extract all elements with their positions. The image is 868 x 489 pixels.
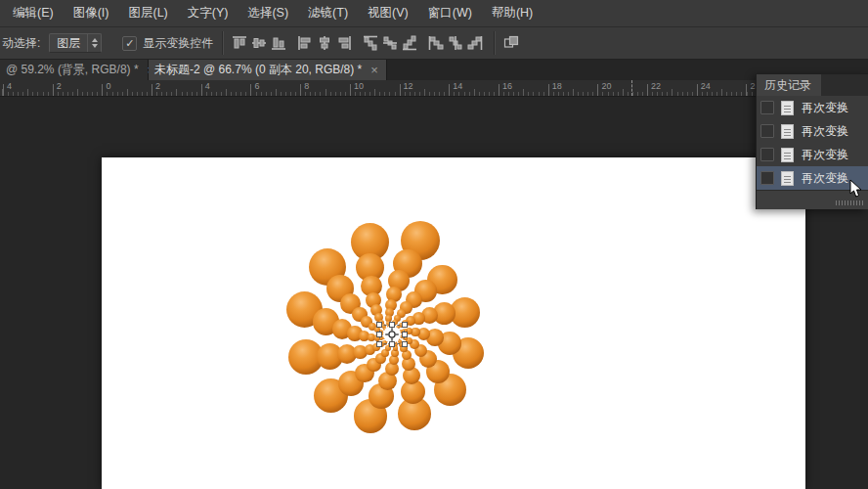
history-row-label: 再次变换 [802,100,848,116]
dropdown-spinner-icon[interactable] [87,34,101,52]
history-panel-tab[interactable]: 历史记录 [757,74,821,96]
history-source-checkbox[interactable] [760,124,774,138]
document-tab-untitled2[interactable]: 未标题-2 @ 66.7% (0 副本 20, RGB/8) * × [149,60,387,80]
ruler-label: 4 [205,81,210,91]
ruler-label: 2 [57,81,62,91]
dropdown-value: 图层 [50,35,87,52]
tab-title: @ 59.2% (背景, RGB/8) * [6,62,139,78]
transform-reference-point-icon[interactable] [384,327,400,342]
distribute-horizontal-centers-icon[interactable] [447,33,464,53]
transform-handle[interactable] [402,322,408,328]
distribute-right-edges-icon[interactable] [466,33,484,53]
menu-item[interactable]: 帮助(H) [485,0,540,26]
transform-handle[interactable] [376,341,382,347]
tab-title: 未标题-2 @ 66.7% (0 副本 20, RGB/8) * [154,62,362,78]
document-tab-background[interactable]: @ 59.2% (背景, RGB/8) * × [0,60,149,80]
ruler-label: 16 [502,81,512,91]
history-state-icon [781,124,794,139]
transform-handle[interactable] [376,332,382,337]
align-left-edges-icon[interactable] [296,33,314,53]
ruler-label: 4 [7,81,12,91]
align-right-edges-icon[interactable] [335,33,353,53]
transform-handle[interactable] [376,322,382,328]
menu-item[interactable]: 窗口(W) [421,0,479,26]
canvas[interactable] [102,157,805,489]
auto-select-layer-dropdown[interactable]: 图层 [49,33,102,53]
history-state-icon [781,171,794,186]
horizontal-ruler: 4202468101214161820222426 [0,80,868,97]
ruler-label: 10 [354,81,364,91]
distribute-bottom-edges-icon[interactable] [401,33,418,53]
history-state-icon [781,101,794,115]
workspace [0,97,868,489]
menu-item[interactable]: 文字(Y) [181,0,236,26]
ruler-label: 18 [552,81,562,91]
menu-bar: 编辑(E)图像(I)图层(L)文字(Y)选择(S)滤镜(T)视图(V)窗口(W)… [0,0,868,27]
ruler-label: 0 [106,81,110,91]
history-state-icon [781,148,794,162]
auto-align-slot [501,33,521,53]
ruler-label: 20 [601,81,611,91]
history-source-checkbox[interactable] [760,148,774,161]
separator [494,31,496,55]
history-panel-header: 历史记录 [757,74,868,96]
menu-item[interactable]: 图层(L) [121,0,174,26]
ruler-label: 8 [304,81,309,91]
align-horizontal-centers-icon[interactable] [316,33,333,53]
sphere-spiral-artwork [102,157,805,489]
mouse-cursor-icon [849,179,863,199]
menu-item[interactable]: 选择(S) [240,0,295,26]
align-top-edges-icon[interactable] [231,33,248,53]
separator [222,31,224,55]
align-icons [230,33,485,53]
align-bottom-edges-icon[interactable] [270,33,287,53]
close-icon[interactable]: × [370,64,378,76]
history-row[interactable]: 再次变换 [757,96,868,119]
history-source-checkbox[interactable] [760,171,774,185]
transform-handle[interactable] [402,332,408,337]
menu-item[interactable]: 视图(V) [361,0,415,26]
ruler-label: 2 [155,81,160,91]
history-row[interactable]: 再次变换 [757,143,868,166]
menu-item[interactable]: 编辑(E) [6,0,61,26]
ruler-label: 22 [651,81,661,91]
ruler-label: 12 [404,81,413,91]
auto-select-label: 动选择: [2,35,40,52]
menu-item[interactable]: 滤镜(T) [301,0,355,26]
ruler-label: 14 [453,81,462,91]
options-bar: 动选择: 图层 ✓ 显示变换控件 [0,27,868,60]
transform-handle[interactable] [402,341,408,347]
distribute-vertical-centers-icon[interactable] [381,33,399,53]
history-list: 再次变换再次变换再次变换再次变换 [757,96,868,190]
ruler-position-marker [631,80,632,96]
show-transform-label: 显示变换控件 [143,35,213,52]
document-tab-bar: @ 59.2% (背景, RGB/8) * × 未标题-2 @ 66.7% (0… [0,60,868,80]
scrollbar-grip[interactable] [836,200,865,205]
show-transform-checkbox[interactable]: ✓ [122,36,137,51]
align-vertical-centers-icon[interactable] [250,33,268,53]
history-row-label: 再次变换 [802,147,848,163]
history-row-label: 再次变换 [802,123,848,140]
auto-align-layers-icon[interactable] [502,33,520,53]
distribute-top-edges-icon[interactable] [362,33,379,53]
history-source-checkbox[interactable] [760,101,774,114]
ruler-label: 6 [255,81,260,91]
history-row-label: 再次变换 [802,170,848,187]
menu-item[interactable]: 图像(I) [66,0,116,26]
distribute-left-edges-icon[interactable] [427,33,445,53]
ruler-label: 24 [701,81,711,91]
history-row[interactable]: 再次变换 [757,119,868,143]
